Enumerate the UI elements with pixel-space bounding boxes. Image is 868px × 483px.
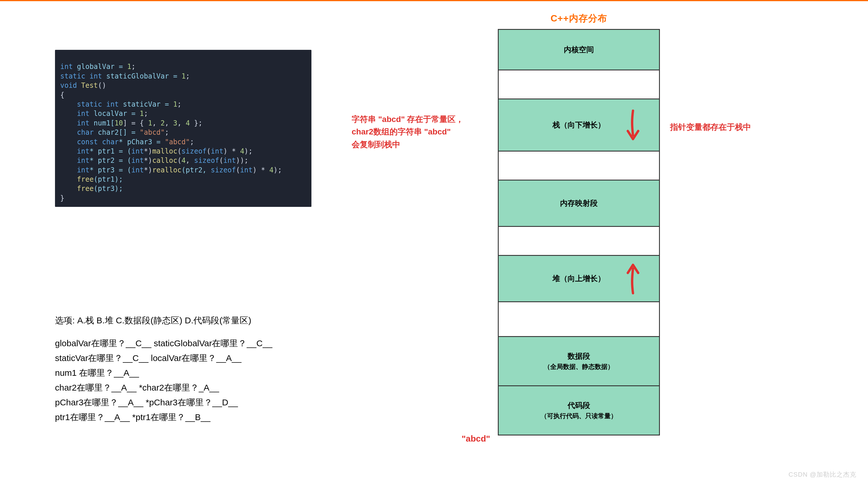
- code-line-14: free(ptr3);: [60, 184, 123, 193]
- arrow-up-icon: [624, 261, 642, 296]
- watermark: CSDN @加勒比之杰克: [788, 470, 857, 479]
- question-line-1: globalVar在哪里？__C__ staticGlobalVar在哪里？__…: [55, 336, 339, 350]
- code-block: int globalVar = 1; static int staticGlob…: [55, 50, 311, 207]
- code-line-10: int* ptr1 = (int*)malloc(sizeof(int) * 4…: [60, 147, 253, 155]
- code-line-6: int localVar = 1;: [60, 110, 148, 118]
- mem-stack: 栈（向下增长）: [499, 100, 659, 151]
- question-line-4: char2在哪里？__A__ *char2在哪里？_A__: [55, 380, 339, 395]
- mem-gap-1: [499, 70, 659, 100]
- mem-mmap: 内存映射段: [499, 180, 659, 227]
- annotation-right: 指针变量都存在于栈中: [670, 122, 792, 133]
- annotation-abcd: "abcd": [462, 434, 490, 444]
- question-line-6: ptr1在哪里？__A__ *ptr1在哪里？__B__: [55, 410, 339, 424]
- code-line-2: static int staticGlobalVar = 1;: [60, 72, 190, 80]
- annotation-left-line3: 会复制到栈中: [352, 138, 488, 151]
- mem-code-seg-label: 代码段: [567, 400, 590, 410]
- annotation-left-line1: 字符串 "abcd" 存在于常量区，: [352, 113, 488, 125]
- mem-code-seg-sub: （可执行代码、只读常量）: [541, 412, 617, 420]
- memory-layout: 内核空间 栈（向下增长） 内存映射段 堆（向上增长） 数据段 （全局数据、静态数…: [498, 29, 660, 435]
- diagram-title: C++内存分布: [498, 12, 660, 25]
- code-line-8: char char2[] = "abcd";: [60, 129, 169, 137]
- code-line-5: static int staticVar = 1;: [60, 100, 182, 108]
- mem-gap-2: [499, 151, 659, 180]
- annotation-left-line2: char2数组的字符串 "abcd": [352, 125, 488, 138]
- code-line-13: free(ptr1);: [60, 175, 123, 183]
- mem-gap-4: [499, 302, 659, 337]
- mem-heap-label: 堆（向上增长）: [553, 274, 605, 284]
- question-line-5: pChar3在哪里？__A__ *pChar3在哪里？__D__: [55, 395, 339, 410]
- mem-data-seg-sub: （全局数据、静态数据）: [544, 363, 614, 371]
- code-line-4: {: [60, 91, 64, 99]
- mem-stack-label: 栈（向下增长）: [553, 120, 605, 130]
- questions-block: 选项: A.栈 B.堆 C.数据段(静态区) D.代码段(常量区) global…: [55, 313, 339, 424]
- code-line-9: const char* pChar3 = "abcd";: [60, 138, 194, 146]
- code-line-12: int* ptr3 = (int*)realloc(ptr2, sizeof(i…: [60, 166, 282, 174]
- mem-heap: 堆（向上增长）: [499, 256, 659, 302]
- question-line-3: num1 在哪里？__A__: [55, 365, 339, 380]
- mem-kernel: 内核空间: [499, 30, 659, 70]
- mem-data-seg-label: 数据段: [567, 351, 590, 361]
- code-line-15: }: [60, 194, 64, 202]
- code-line-7: int num1[10] = { 1, 2, 3, 4 };: [60, 119, 202, 127]
- code-line-1: int globalVar = 1;: [60, 63, 135, 71]
- mem-data-seg: 数据段 （全局数据、静态数据）: [499, 337, 659, 386]
- mem-kernel-label: 内核空间: [564, 45, 594, 55]
- arrow-down-icon: [624, 108, 642, 143]
- top-rule: [0, 0, 868, 1]
- annotation-left: 字符串 "abcd" 存在于常量区， char2数组的字符串 "abcd" 会复…: [352, 113, 488, 151]
- mem-code-seg: 代码段 （可执行代码、只读常量）: [499, 386, 659, 435]
- options-line: 选项: A.栈 B.堆 C.数据段(静态区) D.代码段(常量区): [55, 313, 339, 328]
- code-line-11: int* ptr2 = (int*)calloc(4, sizeof(int))…: [60, 157, 248, 165]
- mem-gap-3: [499, 227, 659, 256]
- mem-mmap-label: 内存映射段: [560, 198, 598, 208]
- question-line-2: staticVar在哪里？__C__ localVar在哪里？__A__: [55, 350, 339, 365]
- code-line-3: void Test(): [60, 81, 106, 89]
